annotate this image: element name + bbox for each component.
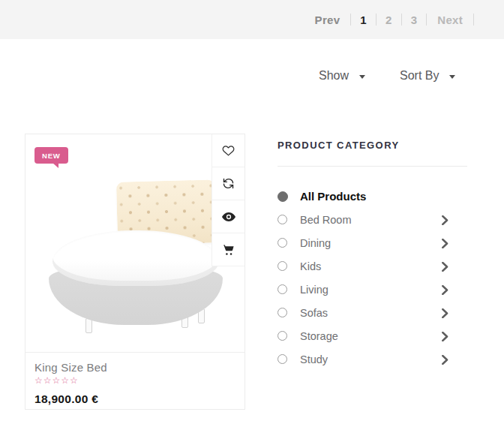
sidebar-item-living[interactable]: Living: [278, 278, 467, 301]
chevron-right-icon[interactable]: [441, 308, 449, 321]
topbar: Prev123Next: [0, 0, 504, 39]
radio-icon[interactable]: [278, 354, 287, 364]
sidebar-item-sofas[interactable]: Sofas: [278, 301, 467, 324]
product-price: 18,900.00 €: [34, 392, 236, 406]
product-card: NEW King Size Bed ☆☆☆☆☆ 18,900.00 €: [25, 134, 245, 410]
category-label: All Products: [300, 190, 366, 203]
bed-mattress: [52, 230, 219, 286]
sidebar-item-storage[interactable]: Storage: [278, 324, 467, 347]
radio-icon[interactable]: [278, 284, 287, 294]
category-label: Storage: [300, 330, 338, 342]
pagination-page-2[interactable]: 2: [376, 14, 401, 26]
product-title-link[interactable]: King Size Bed: [34, 361, 236, 374]
pagination-prev[interactable]: Prev: [304, 14, 351, 26]
radio-icon[interactable]: [278, 308, 287, 317]
sidebar-item-all-products[interactable]: All Products: [278, 185, 467, 208]
eye-icon: [222, 212, 236, 222]
sidebar-title: PRODUCT CATEGORY: [278, 140, 467, 151]
add-to-cart-button[interactable]: [212, 233, 244, 266]
radio-icon[interactable]: [278, 261, 287, 271]
pagination-separator: [473, 14, 474, 26]
category-label: Dining: [300, 237, 331, 249]
new-badge: NEW: [34, 147, 68, 164]
chevron-down-icon: [359, 75, 365, 79]
heart-icon: [222, 144, 235, 157]
radio-selected-icon[interactable]: [278, 191, 288, 202]
product-info: King Size Bed ☆☆☆☆☆ 18,900.00 €: [26, 353, 244, 413]
pagination: Prev123Next: [304, 14, 474, 26]
category-label: Bed Room: [300, 214, 352, 226]
category-label: Study: [300, 353, 328, 365]
sort-by-dropdown-label: Sort By: [400, 69, 439, 83]
chevron-right-icon[interactable]: [441, 354, 449, 368]
chevron-right-icon[interactable]: [441, 215, 449, 228]
category-label: Kids: [300, 260, 321, 272]
star-rating: ☆☆☆☆☆: [34, 375, 236, 386]
show-dropdown[interactable]: Show: [319, 69, 365, 83]
sidebar-item-bed-room[interactable]: Bed Room: [278, 208, 467, 231]
chevron-right-icon[interactable]: [441, 261, 449, 275]
radio-icon[interactable]: [278, 215, 287, 224]
chevron-right-icon[interactable]: [441, 331, 449, 344]
category-list: All ProductsBed RoomDiningKidsLivingSofa…: [278, 185, 467, 371]
product-action-rail: [212, 134, 244, 266]
chevron-right-icon[interactable]: [441, 284, 449, 298]
sidebar-item-kids[interactable]: Kids: [278, 254, 467, 278]
sort-by-dropdown[interactable]: Sort By: [400, 69, 455, 83]
toolbar: Show Sort By: [0, 69, 504, 89]
category-label: Sofas: [300, 307, 328, 319]
sidebar-item-dining[interactable]: Dining: [278, 231, 467, 254]
category-label: Living: [300, 284, 328, 296]
chevron-right-icon[interactable]: [441, 238, 449, 251]
pagination-page-3[interactable]: 3: [402, 14, 427, 26]
divider: [278, 166, 467, 167]
product-listing-page: Prev123Next Show Sort By NEW King Size B…: [0, 0, 504, 427]
radio-icon[interactable]: [278, 331, 287, 341]
quick-view-button[interactable]: [212, 200, 244, 233]
pagination-page-1[interactable]: 1: [351, 14, 376, 26]
radio-icon[interactable]: [278, 238, 287, 248]
wishlist-button[interactable]: [212, 134, 244, 167]
chevron-down-icon: [449, 75, 455, 79]
cart-icon: [222, 243, 235, 256]
sidebar-item-study[interactable]: Study: [278, 347, 467, 371]
category-sidebar: PRODUCT CATEGORY All ProductsBed RoomDin…: [278, 140, 467, 371]
pagination-next[interactable]: Next: [427, 14, 473, 26]
compare-button[interactable]: [212, 167, 244, 200]
show-dropdown-label: Show: [319, 69, 349, 83]
compare-icon: [222, 177, 235, 190]
